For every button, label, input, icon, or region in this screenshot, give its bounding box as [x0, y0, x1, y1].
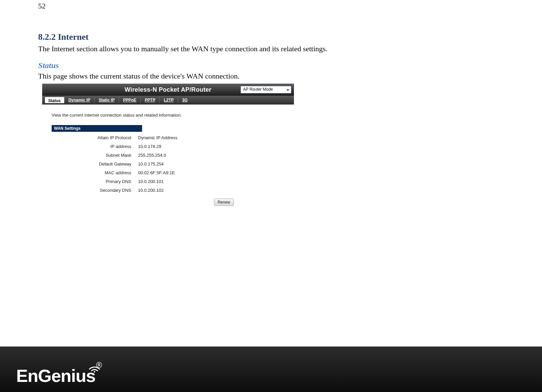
- subsection-heading: Status: [38, 61, 504, 70]
- button-row: Renew: [52, 199, 234, 206]
- row-label: Attain IP Protocol: [52, 135, 138, 140]
- renew-button[interactable]: Renew: [214, 199, 234, 206]
- row-label: Default Gateway: [52, 161, 138, 167]
- tab-3g[interactable]: 3G: [178, 97, 192, 103]
- row-value: 10.0.174.29: [138, 144, 161, 149]
- row-value: 10.0.200.102: [138, 188, 164, 193]
- section-heading: 8.2.2 Internet: [38, 32, 504, 42]
- row-value: 10.0.175.254: [138, 161, 164, 167]
- row-value: Dynamic IP Address: [138, 135, 178, 140]
- section-intro: The Internet section allows you to manua…: [38, 44, 504, 54]
- brand-logo: EnGenius®: [16, 367, 102, 385]
- mode-select-value: AP Router Mode: [243, 87, 273, 92]
- table-row: Subnet Mask 255.255.254.0: [52, 153, 289, 161]
- wan-settings-list: Attain IP Protocol Dynamic IP Address IP…: [52, 135, 289, 197]
- tab-bar: Status Dynamic IP Static IP PPPoE PPTP L…: [42, 96, 294, 104]
- tab-status[interactable]: Status: [45, 97, 64, 103]
- row-label: Subnet Mask: [52, 153, 138, 158]
- row-value: 00:02:6F:5F:A9:1E: [138, 170, 175, 175]
- document-body: 8.2.2 Internet The Internet section allo…: [38, 32, 504, 88]
- row-value: 10.0.200.101: [138, 179, 164, 184]
- table-row: IP address 10.0.174.29: [52, 144, 289, 153]
- row-value: 255.255.254.0: [138, 153, 166, 158]
- brand-name: EnGenius: [16, 366, 96, 386]
- row-label: IP address: [52, 144, 138, 149]
- router-ui-screenshot: Wireless-N Pocket AP/Router AP Router Mo…: [42, 84, 294, 206]
- mode-select[interactable]: AP Router Mode: [241, 86, 291, 93]
- ui-body-intro: View the current internet connection sta…: [52, 113, 289, 118]
- tab-l2tp[interactable]: L2TP: [160, 97, 178, 103]
- row-label: MAC address: [52, 170, 138, 175]
- ui-body: View the current internet connection sta…: [42, 104, 294, 206]
- table-row: Attain IP Protocol Dynamic IP Address: [52, 135, 289, 144]
- table-row: Secondary DNS 10.0.200.102: [52, 188, 289, 197]
- ui-header: Wireless-N Pocket AP/Router AP Router Mo…: [42, 84, 294, 96]
- tab-pppoe[interactable]: PPPoE: [119, 97, 141, 103]
- table-row: Primary DNS 10.0.200.101: [52, 179, 289, 188]
- row-label: Primary DNS: [52, 179, 138, 184]
- wan-settings-header: WAN Settings: [52, 125, 142, 132]
- subsection-intro: This page shows the current status of th…: [38, 71, 504, 81]
- table-row: MAC address 00:02:6F:5F:A9:1E: [52, 170, 289, 179]
- page-footer: EnGenius®: [0, 346, 542, 392]
- tab-dynamic-ip[interactable]: Dynamic IP: [64, 97, 95, 103]
- tab-pptp[interactable]: PPTP: [141, 97, 160, 103]
- registered-mark: ®: [96, 360, 102, 369]
- row-label: Secondary DNS: [52, 188, 138, 193]
- tab-static-ip[interactable]: Static IP: [94, 97, 119, 103]
- table-row: Default Gateway 10.0.175.254: [52, 161, 289, 170]
- page-number: 52: [38, 2, 46, 10]
